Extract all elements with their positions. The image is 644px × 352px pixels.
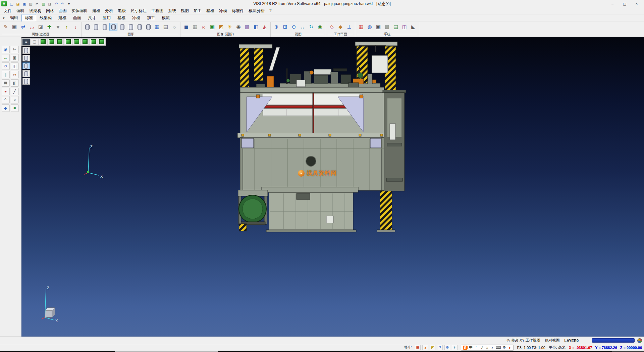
surface-icon[interactable]: ◆ bbox=[2, 104, 10, 112]
zoom-all-icon[interactable]: ⊕ bbox=[272, 23, 280, 31]
arc-icon[interactable]: ◠ bbox=[2, 96, 10, 103]
absolute-view-label[interactable]: 绝对视图 bbox=[545, 338, 560, 343]
texture-icon[interactable]: ▨ bbox=[243, 23, 251, 31]
ime-skin-icon[interactable]: ● bbox=[507, 346, 512, 350]
layer-grid-icon[interactable]: ▦ bbox=[153, 23, 161, 31]
material-palette-icon[interactable]: ◩ bbox=[217, 23, 225, 31]
cut-icon[interactable]: ✂ bbox=[34, 1, 40, 7]
image-capture-icon[interactable]: ▣ bbox=[208, 23, 216, 31]
toolbar-tab[interactable]: 加工 bbox=[144, 14, 158, 22]
visibility-icon[interactable]: ◉ bbox=[316, 23, 324, 31]
menu-item[interactable]: 尺寸标注 bbox=[128, 7, 149, 14]
zoom-previous-icon[interactable]: ⊖ bbox=[290, 23, 298, 31]
toolbar-tab[interactable]: 塑模 bbox=[114, 14, 129, 22]
gear-icon[interactable]: ⚙ bbox=[444, 345, 450, 350]
os-taskbar[interactable] bbox=[0, 351, 644, 352]
menu-item[interactable]: 分析 bbox=[103, 7, 115, 14]
menu-item[interactable]: 冲模 bbox=[217, 7, 229, 14]
minimize-button[interactable]: – bbox=[606, 0, 619, 7]
circle-icon[interactable]: ○ bbox=[11, 96, 19, 103]
magnet-icon[interactable]: ◡ bbox=[28, 23, 36, 31]
attr-copy-icon[interactable]: ▣ bbox=[10, 23, 18, 31]
snap-grid-icon[interactable]: ▦ bbox=[415, 345, 421, 350]
menu-item[interactable]: 编辑 bbox=[14, 7, 27, 14]
mirror-icon[interactable]: ◫ bbox=[11, 62, 19, 70]
move-icon[interactable]: ↔ bbox=[2, 54, 10, 61]
menu-item[interactable]: 文件 bbox=[1, 7, 14, 14]
scissors-icon[interactable]: ✂ bbox=[11, 46, 19, 53]
zoom-window-icon[interactable]: ⊞ bbox=[281, 23, 289, 31]
filter-add-icon[interactable]: ✚ bbox=[45, 23, 53, 31]
camera-icon[interactable]: ◉ bbox=[234, 23, 243, 31]
new-file-icon[interactable]: ▢ bbox=[9, 1, 14, 7]
snap-lock-label[interactable]: 拴牢 bbox=[404, 345, 412, 350]
globe-icon[interactable]: ◍ bbox=[366, 23, 374, 31]
ime-symbol-icon[interactable]: ’ bbox=[474, 346, 478, 350]
menu-item[interactable]: 建模 bbox=[90, 7, 103, 14]
point-icon[interactable]: ● bbox=[2, 88, 10, 95]
solid-icon[interactable]: ■ bbox=[11, 104, 19, 112]
menu-item[interactable]: 视图 bbox=[178, 7, 191, 14]
active-layer-label[interactable]: LAYER0 bbox=[565, 339, 579, 343]
attr-paint-icon[interactable]: ✎ bbox=[2, 23, 10, 31]
wireframe-icon[interactable]: ▦ bbox=[191, 23, 199, 31]
menu-item[interactable]: 模流分析 bbox=[246, 7, 267, 14]
layer-edit-icon[interactable] bbox=[118, 23, 126, 31]
ime-moon-icon[interactable]: ☽ bbox=[480, 345, 484, 350]
render-mode-icon[interactable] bbox=[637, 338, 642, 343]
maximize-button[interactable]: ▢ bbox=[619, 0, 631, 7]
menu-item[interactable]: 塑模 bbox=[204, 7, 217, 14]
light-icon[interactable]: ☀ bbox=[226, 23, 234, 31]
close-button[interactable]: × bbox=[631, 0, 643, 7]
attr-swap-icon[interactable]: ⇄ bbox=[19, 23, 27, 31]
shading-icon[interactable]: ◼ bbox=[182, 23, 190, 31]
workplane-edit-icon[interactable]: ◆ bbox=[336, 23, 344, 31]
qat-customize-icon[interactable]: ▾ bbox=[66, 1, 72, 7]
background-icon[interactable]: ◧ bbox=[252, 23, 260, 31]
calculator-icon[interactable]: ▤ bbox=[392, 23, 400, 31]
print-icon[interactable]: ▤ bbox=[28, 1, 34, 7]
section-view-icon[interactable]: ◭ bbox=[261, 23, 269, 31]
ime-toolbox-icon[interactable]: ⚙ bbox=[502, 345, 506, 350]
toolbar-tab[interactable]: 尺寸 bbox=[85, 14, 99, 22]
save-file-icon[interactable]: ▣ bbox=[21, 1, 27, 7]
toolbar-tab[interactable]: 曲面 bbox=[70, 14, 85, 22]
line-icon[interactable]: ╱ bbox=[11, 88, 19, 95]
layer-current-icon[interactable] bbox=[109, 23, 117, 31]
toolbar-tab[interactable]: 线架构 bbox=[36, 14, 55, 22]
filter-funnel-icon[interactable]: ▼ bbox=[54, 23, 62, 31]
perspective-icon[interactable]: ◣ bbox=[409, 23, 417, 31]
layer-visible-icon[interactable] bbox=[92, 23, 100, 31]
workview-edit-label[interactable]: 修改 XY 工作视图 bbox=[511, 338, 540, 343]
toolbar-tab[interactable]: 编辑 bbox=[7, 14, 21, 22]
workplane-xy-icon[interactable]: ◇ bbox=[328, 23, 336, 31]
filter-up-icon[interactable]: ↑ bbox=[63, 23, 71, 31]
toolbar-tab[interactable]: 冲模 bbox=[129, 14, 144, 22]
layer-all-icon[interactable] bbox=[83, 23, 91, 31]
menu-item[interactable]: 曲面 bbox=[56, 7, 69, 14]
dimension-icon[interactable]: ↦ bbox=[11, 71, 19, 78]
layer-copy-icon[interactable] bbox=[136, 23, 144, 31]
duplicate-icon[interactable]: ▣ bbox=[11, 54, 19, 61]
stereo-glasses-icon[interactable]: ∞ bbox=[200, 23, 208, 31]
menu-item[interactable]: 系统 bbox=[166, 7, 178, 14]
ime-lang-icon[interactable]: 中 bbox=[469, 345, 473, 350]
erase-attr-icon[interactable]: ◪ bbox=[37, 23, 45, 31]
workplane-align-icon[interactable]: ⊥ bbox=[345, 23, 353, 31]
ime-emoji-icon[interactable]: ☺ bbox=[485, 346, 489, 350]
help-icon[interactable]: ? bbox=[437, 345, 443, 350]
browser-icon[interactable]: ◕ bbox=[422, 345, 428, 350]
toolbar-tab[interactable]: 应用 bbox=[99, 14, 114, 22]
window-layout-icon[interactable]: ▣ bbox=[374, 23, 382, 31]
layer-find-icon[interactable]: ◌ bbox=[170, 23, 178, 31]
refresh-icon[interactable]: ∗ bbox=[452, 345, 458, 350]
rotate-view-icon[interactable]: ↻ bbox=[307, 23, 315, 31]
menu-item[interactable]: 加工 bbox=[191, 7, 204, 14]
tab-overflow-icon[interactable]: ▾ bbox=[1, 16, 7, 20]
layer-frozen-icon[interactable] bbox=[101, 23, 109, 31]
layer-new-icon[interactable] bbox=[127, 23, 135, 31]
offset-icon[interactable]: ∥ bbox=[2, 71, 10, 78]
menu-item[interactable]: 线架构 bbox=[27, 7, 44, 14]
layers-icon[interactable]: ▤ bbox=[2, 79, 10, 87]
color-grid-icon[interactable]: ▦ bbox=[357, 23, 365, 31]
